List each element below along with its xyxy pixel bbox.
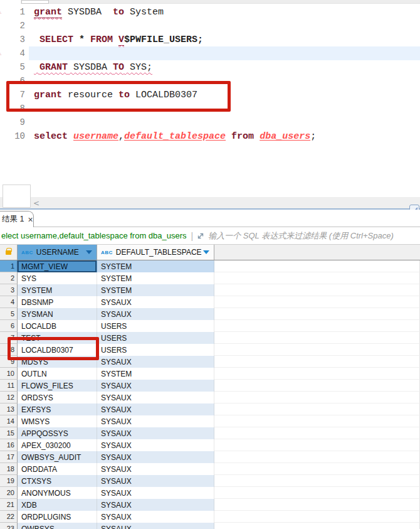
cell-default-tablespace[interactable]: SYSAUX bbox=[97, 392, 214, 403]
table-row[interactable]: 23OWBSYSSYSAUX bbox=[0, 523, 420, 529]
table-row[interactable]: 2SYSSYSTEM bbox=[0, 272, 420, 284]
table-row[interactable]: 12ORDSYSSYSAUX bbox=[0, 392, 420, 403]
row-number[interactable]: 13 bbox=[0, 403, 18, 415]
cell-username[interactable]: FLOWS_FILES bbox=[18, 380, 97, 392]
cell-default-tablespace[interactable]: USERS bbox=[97, 344, 214, 356]
tab-close-icon[interactable]: × bbox=[28, 215, 33, 224]
row-number[interactable]: 19 bbox=[0, 475, 18, 487]
cell-username[interactable]: ORDPLUGINS bbox=[18, 511, 97, 523]
table-row[interactable]: 10OUTLNSYSTEM bbox=[0, 368, 420, 380]
table-row[interactable]: 5SYSMANSYSAUX bbox=[0, 308, 420, 320]
cell-username[interactable]: OWBSYS_AUDIT bbox=[18, 451, 97, 463]
row-number[interactable]: 12 bbox=[0, 392, 18, 403]
cell-username[interactable]: SYSMAN bbox=[18, 308, 97, 320]
table-row[interactable]: 1MGMT_VIEWSYSTEM bbox=[0, 260, 420, 272]
cell-default-tablespace[interactable]: SYSAUX bbox=[97, 356, 214, 368]
cell-default-tablespace[interactable]: SYSAUX bbox=[97, 296, 214, 308]
cell-default-tablespace[interactable]: SYSTEM bbox=[97, 260, 214, 272]
cell-default-tablespace[interactable]: SYSTEM bbox=[97, 272, 214, 284]
cell-default-tablespace[interactable]: SYSAUX bbox=[97, 403, 214, 415]
editor-line-7[interactable]: 7grant resource to LOCALDB0307 bbox=[0, 88, 420, 102]
cell-username[interactable]: MGMT_VIEW bbox=[18, 260, 97, 272]
row-number[interactable]: 17 bbox=[0, 451, 18, 463]
cell-username[interactable]: ORDDATA bbox=[18, 463, 97, 475]
cell-default-tablespace[interactable]: USERS bbox=[97, 332, 214, 344]
table-row[interactable]: 17OWBSYS_AUDITSYSAUX bbox=[0, 451, 420, 463]
row-number[interactable]: 20 bbox=[0, 487, 18, 499]
cell-default-tablespace[interactable]: SYSTEM bbox=[97, 368, 214, 380]
cell-default-tablespace[interactable]: SYSAUX bbox=[97, 499, 214, 511]
cell-default-tablespace[interactable]: SYSAUX bbox=[97, 380, 214, 392]
cell-username[interactable]: ANONYMOUS bbox=[18, 487, 97, 499]
row-number[interactable]: 7 bbox=[0, 332, 18, 344]
row-number[interactable]: 21 bbox=[0, 499, 18, 511]
row-number[interactable]: 9 bbox=[0, 356, 18, 368]
editor-line-1[interactable]: ⚠1grant SYSDBA to System bbox=[0, 5, 420, 19]
cell-username[interactable]: EXFSYS bbox=[18, 403, 97, 415]
cell-default-tablespace[interactable]: SYSAUX bbox=[97, 487, 214, 499]
cell-username[interactable]: MDSYS bbox=[18, 356, 97, 368]
row-number[interactable]: 10 bbox=[0, 368, 18, 380]
cell-username[interactable]: TEST bbox=[18, 332, 97, 344]
table-row[interactable]: 3SYSTEMSYSTEM bbox=[0, 284, 420, 296]
table-row[interactable]: 6LOCALDBUSERS bbox=[0, 320, 420, 332]
cell-username[interactable]: OWBSYS bbox=[18, 523, 97, 529]
tab-results-1[interactable]: 结果 1 × bbox=[0, 211, 34, 227]
cell-username[interactable]: LOCALDB0307 bbox=[18, 344, 97, 356]
cell-username[interactable]: DBSNMP bbox=[18, 296, 97, 308]
scroll-left-icon[interactable]: < bbox=[33, 200, 39, 207]
row-number[interactable]: 15 bbox=[0, 427, 18, 439]
column-header-default-tablespace[interactable]: ABC DEFAULT_TABLESPACE bbox=[97, 245, 214, 260]
row-number[interactable]: 5 bbox=[0, 308, 18, 320]
editor-line-5[interactable]: 5 GRANT SYSDBA TO SYS; bbox=[0, 60, 420, 74]
row-number[interactable]: 8 bbox=[0, 344, 18, 356]
editor-line-10[interactable]: 10select username,default_tablespace fro… bbox=[0, 129, 420, 143]
row-number[interactable]: 11 bbox=[0, 380, 18, 392]
expand-filter-icon[interactable] bbox=[196, 232, 205, 240]
cell-default-tablespace[interactable]: SYSAUX bbox=[97, 427, 214, 439]
editor-line-4[interactable]: ⚠4 bbox=[0, 46, 420, 60]
cell-username[interactable]: OUTLN bbox=[18, 368, 97, 380]
cell-default-tablespace[interactable]: SYSTEM bbox=[97, 284, 214, 296]
editor-line-2[interactable]: 2 bbox=[0, 19, 420, 33]
cell-default-tablespace[interactable]: SYSAUX bbox=[97, 463, 214, 475]
table-row[interactable]: 7TESTUSERS bbox=[0, 332, 420, 344]
editor-line-8[interactable]: 8 bbox=[0, 102, 420, 115]
cell-username[interactable]: APEX_030200 bbox=[18, 439, 97, 451]
cell-username[interactable]: APPQOSSYS bbox=[18, 427, 97, 439]
row-number[interactable]: 18 bbox=[0, 463, 18, 475]
editor-line-9[interactable]: 9 bbox=[0, 115, 420, 129]
table-row[interactable]: 8LOCALDB0307USERS bbox=[0, 344, 420, 356]
column-dropdown-icon[interactable] bbox=[86, 250, 92, 254]
cell-default-tablespace[interactable]: SYSAUX bbox=[97, 451, 214, 463]
table-row[interactable]: 21XDBSYSAUX bbox=[0, 499, 420, 511]
cell-username[interactable]: LOCALDB bbox=[18, 320, 97, 332]
column-header-username[interactable]: ABC USERNAME bbox=[18, 245, 97, 260]
sql-editor[interactable]: ⚠1grant SYSDBA to System23 SELECT * FROM… bbox=[0, 4, 420, 184]
cell-username[interactable]: CTXSYS bbox=[18, 475, 97, 487]
table-row[interactable]: 16APEX_030200SYSAUX bbox=[0, 439, 420, 451]
cell-default-tablespace[interactable]: SYSAUX bbox=[97, 511, 214, 523]
grid-corner-cell[interactable] bbox=[0, 245, 18, 260]
table-row[interactable]: 13EXFSYSSYSAUX bbox=[0, 403, 420, 415]
row-number[interactable]: 3 bbox=[0, 284, 18, 296]
table-row[interactable]: 14WMSYSSYSAUX bbox=[0, 415, 420, 427]
table-row[interactable]: 20ANONYMOUSSYSAUX bbox=[0, 487, 420, 499]
table-row[interactable]: 9MDSYSSYSAUX bbox=[0, 356, 420, 368]
hscrollbar-track[interactable] bbox=[0, 197, 420, 208]
editor-line-3[interactable]: 3 SELECT * FROM V$PWFILE_USERS; bbox=[0, 33, 420, 46]
editor-line-6[interactable]: 6 bbox=[0, 74, 420, 88]
cell-default-tablespace[interactable]: SYSAUX bbox=[97, 308, 214, 320]
cell-default-tablespace[interactable]: SYSAUX bbox=[97, 415, 214, 427]
row-number[interactable]: 22 bbox=[0, 511, 18, 523]
cell-username[interactable]: ORDSYS bbox=[18, 392, 97, 403]
table-row[interactable]: 11FLOWS_FILESSYSAUX bbox=[0, 380, 420, 392]
cell-username[interactable]: WMSYS bbox=[18, 415, 97, 427]
row-number[interactable]: 6 bbox=[0, 320, 18, 332]
cell-username[interactable]: SYSTEM bbox=[18, 284, 97, 296]
table-row[interactable]: 18ORDDATASYSAUX bbox=[0, 463, 420, 475]
cell-username[interactable]: XDB bbox=[18, 499, 97, 511]
cell-default-tablespace[interactable]: SYSAUX bbox=[97, 439, 214, 451]
results-filter-bar[interactable]: elect username,default_tablespace from d… bbox=[0, 227, 420, 245]
cell-username[interactable]: SYS bbox=[18, 272, 97, 284]
